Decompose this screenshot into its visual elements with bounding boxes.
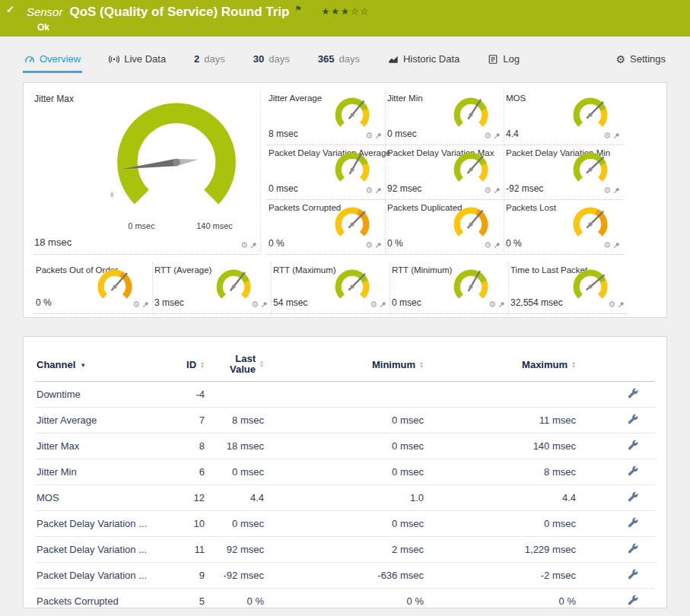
gear-icon[interactable]: ⚙	[603, 241, 611, 249]
channel-minimum: 1.0	[266, 485, 425, 511]
sensor-kind-label: Sensor	[27, 5, 63, 18]
pin-icon[interactable]	[613, 187, 620, 194]
priority-stars[interactable]: ★★★☆☆	[321, 6, 370, 17]
channel-settings-icon[interactable]	[628, 517, 638, 528]
channel-name: Packet Delay Variation ...	[35, 537, 164, 563]
gauge-dial	[570, 148, 611, 189]
pin-icon[interactable]	[250, 242, 257, 249]
channel-last-value	[206, 382, 266, 408]
column-header-minimum[interactable]: Minimum▲▼	[266, 346, 425, 382]
gear-icon[interactable]: ⚙	[484, 241, 491, 249]
tab-overview[interactable]: Overview	[23, 49, 82, 73]
table-row: Jitter Average78 msec0 msec11 msec	[35, 408, 655, 433]
gear-icon[interactable]: ⚙	[484, 186, 491, 195]
bottom-gauges-grid: Packets Out of Order0 %⚙RTT (Average)3 m…	[34, 262, 656, 314]
gear-icon[interactable]: ⚙	[484, 132, 491, 140]
pin-icon[interactable]	[494, 187, 501, 194]
gear-icon[interactable]: ⚙	[603, 186, 611, 195]
tab-label: Settings	[630, 53, 666, 65]
channel-settings-icon[interactable]	[628, 465, 638, 476]
table-row: Downtime-4	[35, 382, 655, 408]
gauge-tile: Jitter Min0 msec⚙	[386, 90, 504, 145]
tab-number: 365	[318, 53, 335, 65]
channel-settings-icon[interactable]	[628, 491, 638, 502]
channel-id: 9	[164, 563, 206, 589]
gauge-value: 0 %	[36, 297, 52, 308]
tab-live-data[interactable]: Live Data	[107, 49, 167, 73]
flag-icon[interactable]: ⚑	[294, 5, 301, 13]
sort-caret-icon: ▼	[80, 362, 86, 369]
channel-settings-icon[interactable]	[628, 543, 638, 554]
gauge-value: -92 msec	[506, 183, 543, 194]
gauge-tile: Packets Corrupted0 %⚙	[267, 200, 386, 255]
gear-icon[interactable]: ⚙	[608, 300, 615, 309]
sort-arrows-icon: ▲▼	[200, 361, 205, 369]
column-header-id[interactable]: ID▲▼	[164, 346, 206, 382]
gauge-tile: Jitter Average8 msec⚙	[267, 90, 386, 145]
gauge-value: 3 msec	[154, 297, 184, 308]
channel-settings-icon[interactable]	[628, 414, 638, 424]
table-row: Packets Corrupted50 %0 %0 %	[35, 589, 655, 609]
pin-icon[interactable]	[613, 132, 620, 139]
pin-icon[interactable]	[494, 242, 501, 249]
gauge-tile: Packets Duplicated0 %⚙	[386, 200, 504, 255]
tab-log[interactable]: Log	[486, 49, 521, 73]
gauge-tile: RTT (Average)3 msec⚙	[153, 262, 272, 314]
historic-icon	[388, 54, 399, 65]
gear-icon[interactable]: ⚙	[251, 300, 259, 309]
gauge-tile: RTT (Maximum)54 msec⚙	[272, 262, 390, 314]
column-header-channel[interactable]: Channel▼	[35, 346, 164, 382]
channel-actions	[577, 408, 655, 433]
tab-number: 2	[194, 53, 199, 65]
gear-icon[interactable]: ⚙	[488, 300, 496, 309]
gear-icon[interactable]: ⚙	[132, 300, 140, 309]
tab-365-days[interactable]: 365days	[316, 49, 361, 73]
channel-last-value: 92 msec	[206, 537, 266, 563]
pin-icon[interactable]	[142, 301, 149, 308]
channel-minimum: 0 msec	[266, 459, 425, 485]
gauge-dial	[213, 265, 254, 306]
tab-2-days[interactable]: 2days	[192, 49, 227, 73]
tab-30-days[interactable]: 30days	[252, 49, 291, 73]
pin-icon[interactable]	[380, 301, 386, 308]
gear-icon[interactable]: ⚙	[365, 241, 373, 249]
table-row: MOS124.41.04.4	[35, 485, 655, 511]
pin-icon[interactable]	[375, 187, 382, 194]
gauge-max-label: 140 msec	[196, 221, 233, 230]
gear-icon[interactable]: ⚙	[365, 186, 373, 195]
pin-icon[interactable]	[375, 242, 382, 249]
gauge-dial	[570, 265, 611, 306]
channel-minimum: -636 msec	[266, 563, 425, 589]
gauge-value: 0 msec	[387, 129, 417, 139]
gauge-value: 92 msec	[387, 183, 421, 194]
channel-minimum: 0 msec	[266, 433, 425, 459]
tab-historic-data[interactable]: Historic Data	[386, 49, 461, 73]
channel-last-value: -92 msec	[206, 563, 266, 589]
sort-arrows-icon: ▲▼	[571, 361, 576, 369]
gear-icon[interactable]: ⚙	[370, 300, 377, 309]
channel-name: Downtime	[35, 382, 164, 408]
gauge-value: 4.4	[506, 129, 519, 139]
table-row: Packet Delay Variation ...100 msec0 msec…	[35, 511, 655, 537]
channel-settings-icon[interactable]	[628, 569, 638, 579]
gear-icon[interactable]: ⚙	[240, 241, 248, 249]
tab-settings[interactable]: ⚙Settings	[614, 49, 667, 73]
pin-icon[interactable]	[618, 301, 625, 308]
pin-icon[interactable]	[613, 242, 620, 249]
channel-settings-icon[interactable]	[628, 595, 638, 605]
channel-settings-icon[interactable]	[628, 440, 638, 450]
gear-icon[interactable]: ⚙	[603, 132, 611, 140]
channel-actions	[577, 511, 655, 537]
pin-icon[interactable]	[498, 301, 505, 308]
column-header-last-value[interactable]: Last Value▲▼	[206, 346, 266, 382]
channel-settings-icon[interactable]	[628, 388, 638, 398]
pin-icon[interactable]	[494, 132, 501, 139]
column-header-maximum[interactable]: Maximum▲▼	[425, 346, 577, 382]
pin-icon[interactable]	[375, 132, 382, 139]
channel-last-value: 4.4	[206, 485, 266, 511]
pin-icon[interactable]	[261, 301, 268, 308]
live-data-icon	[109, 54, 119, 65]
tab-label: Historic Data	[403, 53, 459, 65]
gear-icon[interactable]: ⚙	[365, 132, 373, 140]
sensor-header: ✓ Sensor QoS (Quality of Service) Round …	[0, 0, 690, 37]
